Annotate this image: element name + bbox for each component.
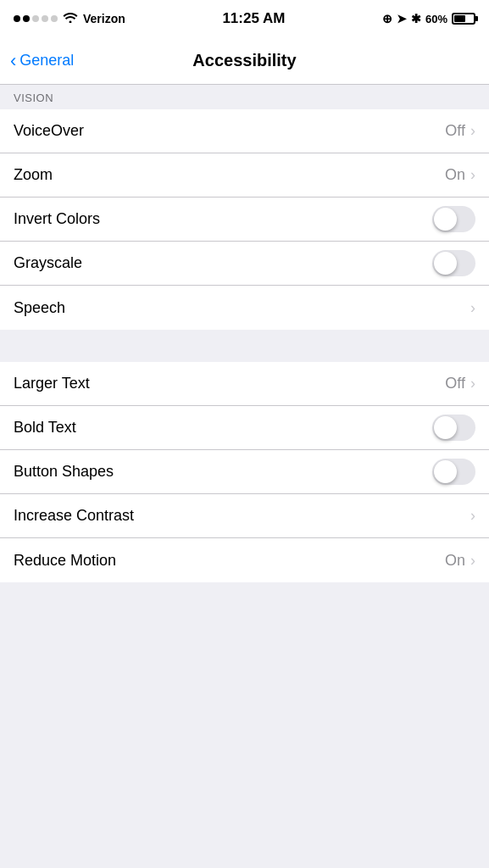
toggle-knob <box>434 208 457 231</box>
increase-contrast-label: Increase Contrast <box>14 507 134 525</box>
signal-dots <box>14 15 58 22</box>
chevron-right-icon: › <box>470 375 475 392</box>
list-item[interactable]: Speech › <box>0 286 489 330</box>
toggle-knob <box>434 416 457 439</box>
battery-icon <box>452 13 475 25</box>
signal-dot-3 <box>32 15 39 22</box>
list-item: Grayscale <box>0 242 489 286</box>
invert-colors-toggle[interactable] <box>432 206 475 232</box>
list-item: Button Shapes <box>0 450 489 494</box>
chevron-right-icon: › <box>470 552 475 570</box>
list-item[interactable]: Zoom On › <box>0 153 489 198</box>
status-left: Verizon <box>14 11 125 26</box>
arrow-icon: ➤ <box>397 12 407 25</box>
list-item[interactable]: Increase Contrast › <box>0 494 489 538</box>
bluetooth-icon: ✱ <box>411 12 421 25</box>
wifi-icon <box>63 11 78 26</box>
signal-dot-1 <box>14 15 20 22</box>
status-time: 11:25 AM <box>222 10 285 27</box>
page-title: Accessibility <box>192 51 296 70</box>
bold-text-label: Bold Text <box>14 419 76 437</box>
grayscale-label: Grayscale <box>14 254 82 272</box>
list-item[interactable]: Larger Text Off › <box>0 362 489 406</box>
reduce-motion-right: On › <box>445 552 475 570</box>
larger-text-right: Off › <box>445 375 475 392</box>
back-label: General <box>19 52 74 70</box>
reduce-motion-label: Reduce Motion <box>14 552 116 570</box>
battery-fill <box>454 15 465 22</box>
chevron-right-icon: › <box>470 299 475 317</box>
zoom-value: On <box>445 166 465 184</box>
carrier-label: Verizon <box>83 12 125 25</box>
zoom-right: On › <box>445 166 475 184</box>
list-item[interactable]: VoiceOver Off › <box>0 109 489 153</box>
increase-contrast-right: › <box>470 507 475 525</box>
toggle-knob <box>434 252 457 275</box>
invert-colors-label: Invert Colors <box>14 210 100 228</box>
back-button[interactable]: ‹ General <box>14 50 74 72</box>
bold-text-toggle[interactable] <box>432 415 475 441</box>
voiceover-right: Off › <box>445 122 475 140</box>
grayscale-toggle[interactable] <box>432 250 475 276</box>
larger-text-label: Larger Text <box>14 375 90 392</box>
list-item[interactable]: Reduce Motion On › <box>0 538 489 582</box>
reduce-motion-value: On <box>445 552 465 570</box>
signal-dot-5 <box>51 15 58 22</box>
voiceover-label: VoiceOver <box>14 122 84 140</box>
battery-percent: 60% <box>425 13 447 25</box>
signal-dot-4 <box>42 15 48 22</box>
chevron-right-icon: › <box>470 166 475 184</box>
button-shapes-label: Button Shapes <box>14 463 114 481</box>
second-group: Larger Text Off › Bold Text Button Shape… <box>0 362 489 582</box>
section-header-vision: VISION <box>0 85 489 109</box>
speech-right: › <box>470 299 475 317</box>
larger-text-value: Off <box>445 375 465 392</box>
section-gap <box>0 330 489 362</box>
signal-dot-2 <box>23 15 30 22</box>
chevron-right-icon: › <box>470 507 475 525</box>
vision-group: VoiceOver Off › Zoom On › Invert Colors … <box>0 109 489 330</box>
list-item: Bold Text <box>0 406 489 450</box>
toggle-knob <box>434 460 457 483</box>
status-right: ⊕ ➤ ✱ 60% <box>382 12 475 25</box>
voiceover-value: Off <box>445 122 465 140</box>
back-chevron-icon: ‹ <box>10 50 16 72</box>
list-item: Invert Colors <box>0 198 489 242</box>
zoom-label: Zoom <box>14 166 53 184</box>
nav-bar: ‹ General Accessibility <box>0 37 489 85</box>
button-shapes-toggle[interactable] <box>432 459 475 485</box>
status-bar: Verizon 11:25 AM ⊕ ➤ ✱ 60% <box>0 0 489 37</box>
content: VISION VoiceOver Off › Zoom On › Invert … <box>0 85 489 582</box>
speech-label: Speech <box>14 299 65 317</box>
chevron-right-icon: › <box>470 122 475 140</box>
location-icon: ⊕ <box>382 12 392 25</box>
